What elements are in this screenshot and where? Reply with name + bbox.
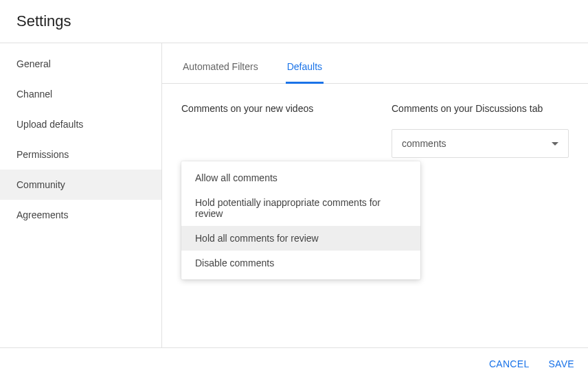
dropdown-option-label: Hold potentially inappropriate comments … xyxy=(195,197,381,219)
sidebar-item-label: Channel xyxy=(16,89,52,100)
sidebar-item-label: Upload defaults xyxy=(16,119,83,130)
dropdown-option-label: Hold all comments for review xyxy=(195,233,319,244)
tab-label: Defaults xyxy=(287,61,322,72)
tab-automated-filters[interactable]: Automated Filters xyxy=(181,57,260,84)
sidebar-item-channel[interactable]: Channel xyxy=(0,79,161,109)
cancel-button[interactable]: CANCEL xyxy=(489,358,530,369)
dropdown-option-label: Disable comments xyxy=(195,257,274,268)
discussions-column: Comments on your Discussions tab comment… xyxy=(392,103,569,158)
tab-defaults[interactable]: Defaults xyxy=(286,57,324,84)
new-videos-dropdown: Allow all comments Hold potentially inap… xyxy=(181,161,420,279)
discussions-select-value: comments xyxy=(402,138,446,149)
sidebar-item-community[interactable]: Community xyxy=(0,170,161,200)
dropdown-option-hold-inappropriate[interactable]: Hold potentially inappropriate comments … xyxy=(181,190,420,226)
main: General Channel Upload defaults Permissi… xyxy=(0,43,588,348)
discussions-select[interactable]: comments xyxy=(392,129,569,158)
new-videos-column: Comments on your new videos xyxy=(181,103,372,158)
save-button[interactable]: SAVE xyxy=(548,358,574,369)
sidebar-item-label: Permissions xyxy=(16,149,69,160)
caret-down-icon xyxy=(552,142,558,146)
dropdown-option-label: Allow all comments xyxy=(195,172,278,183)
footer: CANCEL SAVE xyxy=(0,347,588,379)
discussions-label: Comments on your Discussions tab xyxy=(392,103,569,114)
sidebar-item-permissions[interactable]: Permissions xyxy=(0,139,161,170)
tab-label: Automated Filters xyxy=(183,61,258,72)
new-videos-label: Comments on your new videos xyxy=(181,103,372,114)
sidebar-item-upload-defaults[interactable]: Upload defaults xyxy=(0,109,161,139)
sidebar-item-agreements[interactable]: Agreements xyxy=(0,200,161,230)
defaults-panel: Comments on your new videos Comments on … xyxy=(162,84,588,158)
sidebar-item-label: General xyxy=(16,58,51,69)
sidebar-item-label: Agreements xyxy=(16,209,68,220)
header: Settings xyxy=(0,0,588,43)
dropdown-option-hold-all[interactable]: Hold all comments for review xyxy=(181,226,420,251)
sidebar-item-general[interactable]: General xyxy=(0,49,161,79)
dropdown-option-allow-all[interactable]: Allow all comments xyxy=(181,165,420,190)
content: Automated Filters Defaults Comments on y… xyxy=(162,43,588,348)
tabs: Automated Filters Defaults xyxy=(162,43,588,84)
page-title: Settings xyxy=(16,12,572,30)
sidebar: General Channel Upload defaults Permissi… xyxy=(0,43,162,348)
dropdown-option-disable[interactable]: Disable comments xyxy=(181,251,420,275)
sidebar-item-label: Community xyxy=(16,179,65,190)
